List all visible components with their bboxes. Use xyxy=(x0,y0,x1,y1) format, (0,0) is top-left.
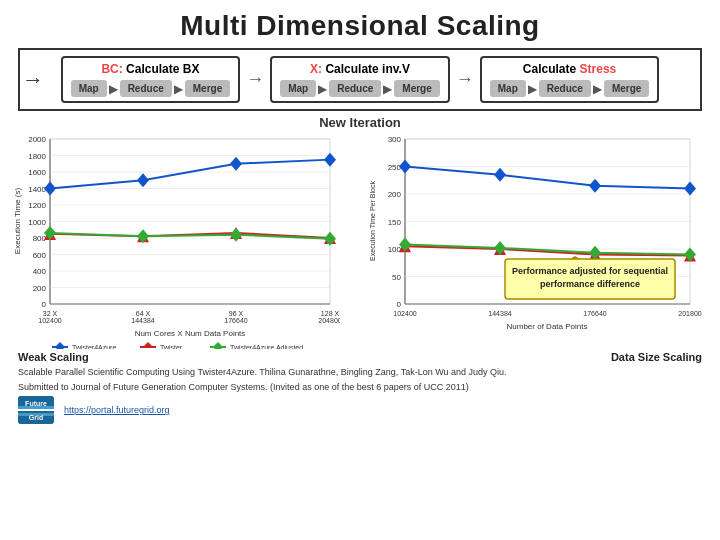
futuregrid-logo: Future Grid xyxy=(18,396,54,424)
x-map: Map xyxy=(280,80,316,97)
svg-text:1000: 1000 xyxy=(28,218,46,227)
sep1: → xyxy=(246,69,264,90)
svg-text:102400: 102400 xyxy=(393,310,416,317)
svg-text:1800: 1800 xyxy=(28,152,46,161)
svg-text:800: 800 xyxy=(33,234,47,243)
svg-marker-51 xyxy=(143,342,153,347)
svg-text:1400: 1400 xyxy=(28,185,46,194)
svg-text:102400: 102400 xyxy=(38,317,61,324)
stress-arrow2: ▶ xyxy=(593,82,602,96)
stress-reduce: Reduce xyxy=(539,80,591,97)
portal-link[interactable]: https://portal.futuregrid.org xyxy=(64,405,170,415)
pipeline-box-x: X: Calculate inv.V Map ▶ Reduce ▶ Merge xyxy=(270,56,450,103)
svg-text:performance difference: performance difference xyxy=(540,279,640,289)
stress-prefix: Calculate xyxy=(523,62,580,76)
right-chart: 0 50 100 150 200 250 300 Execution Time … xyxy=(365,134,705,349)
stress-merge: Merge xyxy=(604,80,649,97)
svg-text:176640: 176640 xyxy=(224,317,247,324)
footer-area: Future Grid https://portal.futuregrid.or… xyxy=(0,394,720,426)
pipeline-box-bc-title: BC: Calculate BX xyxy=(71,62,231,76)
x-steps: Map ▶ Reduce ▶ Merge xyxy=(280,80,440,97)
svg-text:Execution Time (s): Execution Time (s) xyxy=(13,188,22,255)
bc-arrow1: ▶ xyxy=(109,82,118,96)
bc-steps: Map ▶ Reduce ▶ Merge xyxy=(71,80,231,97)
weak-scaling-label: Weak Scaling xyxy=(18,351,89,363)
page: Multi Dimensional Scaling → BC: Calculat… xyxy=(0,0,720,540)
pipeline-box-stress-title: Calculate Stress xyxy=(490,62,650,76)
page-title: Multi Dimensional Scaling xyxy=(0,0,720,48)
svg-text:Performance adjusted for seque: Performance adjusted for sequential xyxy=(512,266,668,276)
pipeline-box-bc: BC: Calculate BX Map ▶ Reduce ▶ Merge xyxy=(61,56,241,103)
svg-text:204800: 204800 xyxy=(318,317,340,324)
stress-arrow1: ▶ xyxy=(528,82,537,96)
stress-map: Map xyxy=(490,80,526,97)
svg-text:96 X: 96 X xyxy=(229,310,244,317)
svg-text:300: 300 xyxy=(388,135,402,144)
x-label: X: xyxy=(310,62,322,76)
stress-steps: Map ▶ Reduce ▶ Merge xyxy=(490,80,650,97)
svg-text:600: 600 xyxy=(33,251,47,260)
svg-text:100: 100 xyxy=(388,245,402,254)
svg-text:Grid: Grid xyxy=(29,414,43,421)
svg-text:150: 150 xyxy=(388,218,402,227)
x-arrow1: ▶ xyxy=(318,82,327,96)
stress-label: Stress xyxy=(580,62,617,76)
pipeline-box-stress: Calculate Stress Map ▶ Reduce ▶ Merge xyxy=(480,56,660,103)
svg-text:128 X: 128 X xyxy=(321,310,340,317)
svg-text:144384: 144384 xyxy=(488,310,511,317)
citation-line2: Submitted to Journal of Future Generatio… xyxy=(0,380,720,395)
bc-map: Map xyxy=(71,80,107,97)
bc-label: BC: xyxy=(101,62,122,76)
left-chart: 0 200 400 600 800 1000 1200 1400 1600 18… xyxy=(10,134,340,349)
svg-text:Execution Time Per Block: Execution Time Per Block xyxy=(369,181,376,261)
svg-text:0: 0 xyxy=(42,300,47,309)
svg-text:50: 50 xyxy=(392,273,401,282)
pipeline-area: → BC: Calculate BX Map ▶ Reduce ▶ Merge … xyxy=(18,48,702,111)
data-size-label: Data Size Scaling xyxy=(611,351,702,363)
x-merge: Merge xyxy=(394,80,439,97)
bottom-labels: Weak Scaling Data Size Scaling xyxy=(0,349,720,365)
bc-desc: Calculate BX xyxy=(126,62,199,76)
x-reduce: Reduce xyxy=(329,80,381,97)
pipeline-box-x-title: X: Calculate inv.V xyxy=(280,62,440,76)
svg-text:32 X: 32 X xyxy=(43,310,58,317)
pipeline-arrow: → xyxy=(20,67,44,93)
svg-text:Future: Future xyxy=(25,400,47,407)
svg-marker-54 xyxy=(213,342,223,349)
svg-text:Twister4Azure Adjusted: Twister4Azure Adjusted xyxy=(230,344,303,349)
svg-text:Number of Data Points: Number of Data Points xyxy=(507,322,588,331)
x-arrow2: ▶ xyxy=(383,82,392,96)
charts-area: 0 200 400 600 800 1000 1200 1400 1600 18… xyxy=(0,134,720,349)
svg-text:2000: 2000 xyxy=(28,135,46,144)
left-chart-container: 0 200 400 600 800 1000 1200 1400 1600 18… xyxy=(10,134,355,349)
svg-text:400: 400 xyxy=(33,267,47,276)
bc-arrow2: ▶ xyxy=(174,82,183,96)
svg-text:0: 0 xyxy=(397,300,402,309)
svg-text:Twister4Azure: Twister4Azure xyxy=(72,344,116,349)
svg-text:Twister: Twister xyxy=(160,344,183,349)
sep2: → xyxy=(456,69,474,90)
citation-line1: Scalable Parallel Scientific Computing U… xyxy=(0,365,720,380)
right-chart-container: 0 50 100 150 200 250 300 Execution Time … xyxy=(365,134,710,349)
svg-marker-48 xyxy=(55,342,65,349)
logo-box-icon: Future Grid xyxy=(18,396,54,424)
svg-text:200: 200 xyxy=(33,284,47,293)
svg-text:144384: 144384 xyxy=(131,317,154,324)
svg-text:1200: 1200 xyxy=(28,201,46,210)
svg-text:201800: 201800 xyxy=(678,310,701,317)
bc-merge: Merge xyxy=(185,80,230,97)
svg-text:200: 200 xyxy=(388,190,402,199)
bc-reduce: Reduce xyxy=(120,80,172,97)
x-desc: Calculate inv.V xyxy=(325,62,409,76)
svg-text:1600: 1600 xyxy=(28,168,46,177)
svg-text:176640: 176640 xyxy=(583,310,606,317)
svg-text:64 X: 64 X xyxy=(136,310,151,317)
new-iteration-label: New Iteration xyxy=(0,111,720,132)
svg-text:Num Cores X Num Data Points: Num Cores X Num Data Points xyxy=(135,329,246,338)
